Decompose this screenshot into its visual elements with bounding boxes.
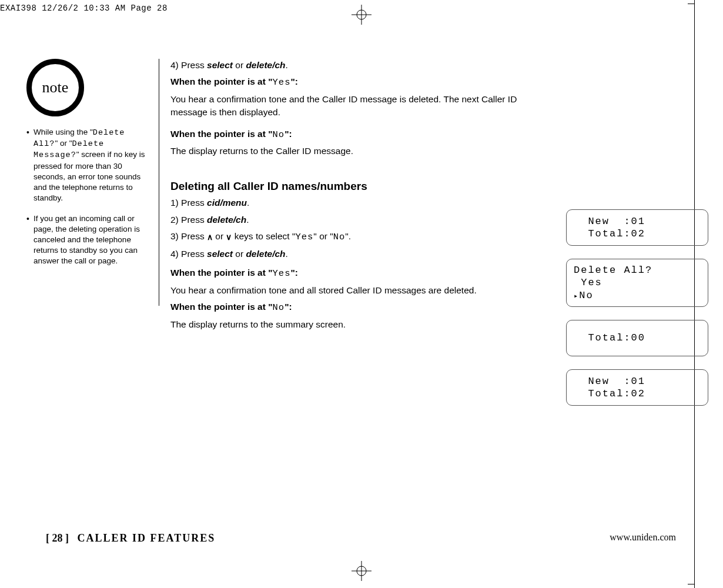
delete-all-step-1: 1) Press cid/menu.: [170, 196, 547, 209]
step-4: 4) Press select or delete/ch.: [170, 59, 547, 72]
pointer-no-body-2: The display returns to the summary scree…: [170, 318, 547, 331]
footer-url: www.uniden.com: [610, 532, 676, 543]
page-footer: [ 28 ] CALLER ID FEATURES www.uniden.com: [46, 532, 676, 544]
section-title: CALLER ID FEATURES: [77, 532, 215, 544]
down-arrow-icon: ∨: [226, 231, 232, 243]
note-icon-label: note: [42, 79, 69, 96]
delete-all-step-2: 2) Press delete/ch.: [170, 213, 547, 226]
section-heading: Deleting all Caller ID names/numbers: [170, 178, 547, 195]
up-arrow-icon: ∧: [207, 231, 213, 243]
pointer-yes-heading-2: When the pointer is at "Yes":: [170, 266, 547, 280]
trim-tick: [688, 584, 695, 584]
note-icon: note: [26, 59, 84, 116]
lcd-screen-4: New :01 Total:02: [566, 369, 708, 406]
pointer-yes-heading: When the pointer is at "Yes":: [170, 75, 547, 89]
pointer-yes-body-2: You hear a confirmation tone and all sto…: [170, 284, 547, 297]
pointer-no-body: The display returns to the Caller ID mes…: [170, 145, 547, 158]
note-bullet-1: While using the "Delete All?" or "Delete…: [26, 127, 153, 204]
registration-mark-bottom: [352, 561, 371, 583]
pointer-no-heading-2: When the pointer is at "No":: [170, 300, 547, 314]
lcd-screen-1: New :01 Total:02: [566, 209, 708, 246]
main-column: 4) Press select or delete/ch. When the p…: [170, 59, 547, 331]
pointer-icon: No: [574, 289, 701, 302]
lcd-column: New :01 Total:02 Delete All? Yes No Tota…: [566, 209, 708, 419]
delete-all-step-3: 3) Press ∧ or ∨ keys to select "Yes" or …: [170, 230, 547, 243]
print-slug: EXAI398 12/26/2 10:33 AM Page 28: [0, 4, 168, 13]
note-bullet-2: If you get an incoming call or page, the…: [26, 213, 153, 267]
trim-tick: [688, 4, 695, 4]
pointer-yes-body: You hear a confirmation tone and the Cal…: [170, 93, 547, 119]
delete-all-step-4: 4) Press select or delete/ch.: [170, 248, 547, 260]
lcd-screen-2: Delete All? Yes No: [566, 259, 708, 307]
note-sidebar: note While using the "Delete All?" or "D…: [26, 59, 159, 306]
page-content: note While using the "Delete All?" or "D…: [26, 59, 679, 335]
pointer-no-heading: When the pointer is at "No":: [170, 128, 547, 141]
lcd-screen-3: Total:00: [566, 320, 708, 356]
page-number: [ 28 ]: [46, 532, 69, 544]
registration-mark-top: [352, 5, 371, 27]
